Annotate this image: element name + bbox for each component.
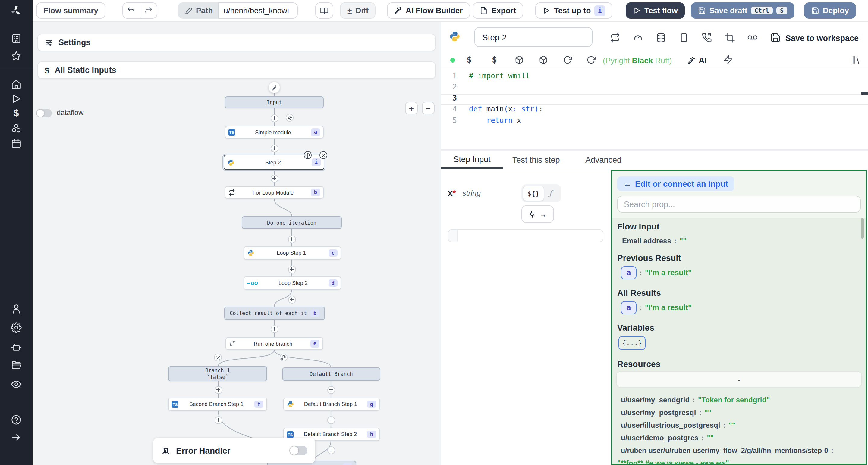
add-step-plus-button[interactable] [214, 386, 222, 394]
undo-icon[interactable] [123, 3, 140, 18]
help-icon[interactable] [11, 414, 22, 425]
variables-dollar-icon[interactable]: $ [492, 55, 497, 64]
step-name-input[interactable]: Step 2 [474, 27, 592, 47]
database-icon[interactable] [656, 33, 666, 43]
timeout-gauge-icon[interactable] [633, 33, 643, 43]
add-step-plus-button[interactable] [288, 295, 296, 303]
diff-button[interactable]: ± Diff [340, 2, 376, 19]
connect-input-button[interactable]: → [521, 205, 554, 223]
node-simple-module[interactable]: TS Simple module a [225, 126, 324, 138]
tab-step-input[interactable]: Step Input [441, 151, 503, 169]
node-branch-1[interactable]: Branch 1 `false` [168, 366, 267, 381]
redo-icon[interactable] [140, 3, 157, 18]
node-for-loop[interactable]: For Loop Module b [225, 186, 324, 199]
add-step-plus-button[interactable] [288, 265, 296, 273]
flow-summary-button[interactable]: Flow summary [36, 2, 105, 19]
back-to-edit-button[interactable]: ← Edit or connect an input [617, 176, 734, 191]
workers-robot-icon[interactable] [11, 341, 22, 352]
home-icon[interactable] [11, 79, 22, 90]
scrollbar-thumb[interactable] [861, 218, 864, 238]
code-editor[interactable]: 1 2 3 4 5 # import wmill def main(x: str… [441, 69, 868, 150]
export-button[interactable]: Export [472, 2, 523, 19]
sleep-crop-icon[interactable] [724, 33, 735, 43]
static-inputs-dollar-icon[interactable]: $ [467, 55, 472, 64]
flow-canvas[interactable]: Settings $ All Static Inputs dataflow + … [33, 21, 441, 465]
resource-row[interactable]: u/user/demo_postgres:"" [621, 432, 714, 443]
node-second-branch-step-1[interactable]: TS Second Branch Step 1 f [168, 398, 267, 411]
all-results-row[interactable]: a : "I'm a result" [621, 301, 692, 314]
add-step-plus-button[interactable] [214, 416, 222, 424]
search-prop-input[interactable]: Search prop... [617, 196, 861, 212]
resource-row[interactable]: u/ruben-user/u/ruben-user/my_flow_2/g/al… [621, 444, 837, 455]
add-step-plus-button[interactable] [270, 174, 278, 182]
add-step-plus-button[interactable] [327, 446, 335, 454]
trigger-bolt-circle[interactable] [286, 114, 293, 122]
zoom-out-button[interactable]: − [422, 102, 435, 114]
schedules-calendar-icon[interactable] [11, 138, 22, 149]
tab-test-this-step[interactable]: Test this step [513, 151, 560, 169]
error-handler-toggle[interactable] [289, 446, 307, 455]
settings-gear-icon[interactable] [11, 322, 22, 333]
node-input[interactable]: Input [225, 96, 324, 108]
resources-filter-box[interactable]: - [616, 371, 862, 388]
move-step-handle[interactable] [304, 151, 312, 159]
add-step-plus-button[interactable] [270, 325, 278, 333]
node-loop-step-2[interactable]: GO Loop Step 2 d [244, 276, 341, 290]
package-icon[interactable] [515, 56, 524, 64]
test-up-to-button[interactable]: Test up to i [535, 2, 613, 19]
save-draft-button[interactable]: Save draft Ctrl S [691, 2, 795, 19]
add-step-plus-button[interactable] [288, 235, 296, 243]
docs-book-button[interactable] [315, 2, 333, 19]
flow-input-row[interactable]: Email address:"" [622, 235, 687, 246]
fx-mode-button[interactable]: ƒ [546, 189, 555, 198]
add-step-plus-button[interactable] [327, 416, 335, 424]
expand-arrow-icon[interactable] [11, 432, 22, 443]
add-step-plus-button[interactable] [270, 144, 278, 152]
save-to-workspace-icon[interactable] [770, 33, 781, 43]
add-step-plus-button[interactable] [327, 386, 335, 394]
library-icon[interactable] [851, 56, 860, 64]
folders-icon[interactable] [11, 360, 22, 370]
ai-flow-builder-button[interactable]: AI Flow Builder [387, 2, 470, 19]
add-step-plus-button[interactable] [270, 114, 278, 122]
variables-dollar-icon[interactable]: $ [11, 108, 22, 119]
resources-cubes-icon[interactable] [11, 123, 22, 134]
ai-wand-circle[interactable] [268, 81, 280, 93]
runs-play-icon[interactable] [11, 93, 22, 104]
resource-row[interactable]: u/user/my_sendgrid:"Token for sendgrid" [621, 394, 770, 405]
node-default-branch-step-1[interactable]: Default Branch Step 1 g [283, 398, 380, 411]
package-icon[interactable] [539, 56, 548, 64]
test-flow-button[interactable]: Test flow [626, 2, 685, 19]
audit-eye-icon[interactable] [11, 379, 22, 390]
windmill-logo-icon[interactable] [10, 5, 21, 16]
workspace-icon[interactable] [11, 33, 22, 44]
arg-value-input[interactable] [448, 230, 603, 242]
node-do-one-iteration[interactable]: Do one iteration [242, 216, 342, 229]
node-default-branch[interactable]: Default Branch [282, 367, 380, 381]
phone-suspend-icon[interactable] [702, 33, 712, 43]
path-input[interactable]: u/henri/best_knowi [218, 2, 298, 19]
resource-row-value[interactable]: "**foo** #e we w wewe - ewe ew" [617, 457, 729, 465]
node-collect-result[interactable]: Collect result of each iteration b [224, 307, 325, 320]
node-loop-step-1[interactable]: Loop Step 1 c [244, 246, 341, 260]
ai-assistant-button[interactable]: AI [687, 56, 707, 65]
add-branch-circle[interactable] [280, 354, 287, 361]
deploy-button[interactable]: Deploy [804, 2, 856, 19]
delete-step-button[interactable] [319, 151, 327, 159]
save-to-workspace-label[interactable]: Save to workspace [785, 34, 859, 43]
reload-icon[interactable] [587, 56, 595, 64]
cache-repeat-icon[interactable] [610, 33, 620, 43]
favorites-star-icon[interactable] [11, 51, 22, 61]
previous-result-row[interactable]: a : "I'm a result" [621, 266, 692, 279]
zoom-in-button[interactable]: + [405, 102, 418, 114]
resource-row[interactable]: u/user/illustrious_postgresql:"" [621, 419, 735, 430]
bolt-icon[interactable] [723, 55, 733, 64]
container-rect-icon[interactable] [679, 33, 689, 43]
users-person-icon[interactable] [11, 304, 22, 314]
node-run-one-branch[interactable]: Run one branch e [225, 337, 323, 350]
variables-chip[interactable]: {...} [618, 336, 646, 350]
branch-x-circle[interactable] [214, 354, 222, 361]
resource-row[interactable]: u/user/my_postgresql:"" [621, 406, 711, 418]
template-mode-button[interactable]: ${} [523, 186, 544, 201]
error-handler-card[interactable]: Error Handler [153, 438, 315, 463]
